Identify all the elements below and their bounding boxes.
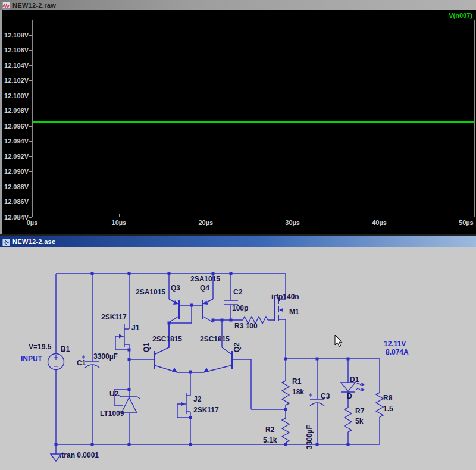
y-axis-tick-label: 12.088V [2,183,29,190]
y-axis-tick-label: 12.108V [2,32,29,39]
label-c2-value[interactable]: 100p [232,305,248,312]
label-r8-name[interactable]: R8 [383,394,392,402]
label-c1-name[interactable]: C1 [77,359,86,367]
label-c3-value[interactable]: 3300µF [306,425,314,449]
label-c2-name[interactable]: C2 [233,289,242,296]
label-q2-name[interactable]: Q2 [233,343,241,352]
y-axis-tick-mark [29,156,32,157]
y-axis-tick-mark [29,187,32,187]
plot-area[interactable] [32,20,475,217]
label-d1-type[interactable]: D [347,393,352,400]
label-b1-name[interactable]: B1 [61,346,70,353]
y-axis-tick-label: 12.106V [2,46,29,54]
label-r8-value[interactable]: 1.5 [383,405,393,413]
y-axis-tick-label: 12.102V [2,77,29,84]
schematic-titlebar[interactable]: NEW12-2.asc [0,236,476,247]
y-axis-tick-mark [29,96,32,96]
label-tran-directive[interactable]: .tran 0.0001 [60,452,99,459]
y-axis-tick-label: 12.094V [2,137,29,145]
y-axis-tick-label: 12.090V [2,168,29,175]
y-axis-tick-mark [29,141,32,142]
y-axis-tick-mark [29,111,32,111]
label-j2-type[interactable]: 2SK117 [193,406,219,414]
mouse-cursor [335,335,342,347]
x-axis-tick-mark [119,214,120,217]
label-output-voltage: 12.11V [384,340,406,348]
label-q4-type[interactable]: 2SA1015 [190,275,220,283]
label-j1-type[interactable]: 2SK117 [101,314,127,321]
y-axis-tick-mark [29,126,32,127]
x-axis-tick-mark [380,214,380,217]
label-r3[interactable]: R3 100 [234,322,258,330]
y-axis-tick-label: 12.098V [2,107,29,114]
label-c1-value[interactable]: 3300µF [93,353,118,361]
schematic-title: NEW12-2.asc [12,238,55,245]
label-r2-value[interactable]: 5.1k [263,437,277,444]
y-axis-tick-mark [29,80,32,81]
y-axis-tick-label: 12.086V [2,198,29,205]
label-r7-value[interactable]: 5k [355,418,363,425]
label-q3-type[interactable]: 2SA1015 [136,289,165,296]
waveform-titlebar[interactable]: NEW12-2.raw [0,0,476,10]
trace-V(n007) [33,121,474,123]
label-d1-name[interactable]: D1 [350,376,359,384]
label-c3-name[interactable]: C3 [321,393,330,400]
x-axis-tick-mark [466,214,466,217]
label-u2-type[interactable]: LT1009 [100,410,124,418]
waveform-icon [2,1,10,9]
label-q4-name[interactable]: Q4 [200,284,209,292]
x-axis-tick-label: 30µs [281,219,305,226]
x-axis-tick-label: 20µs [194,219,218,226]
waveform-title: NEW12-2.raw [12,2,56,9]
y-axis-tick-mark [29,50,32,51]
label-r7-name[interactable]: R7 [355,408,364,415]
label-m1-type[interactable]: irfp140n [271,293,299,301]
y-axis-tick-mark [29,217,32,218]
label-m1-name[interactable]: M1 [289,308,299,316]
x-axis-tick-label: 10µs [107,219,131,226]
x-axis-tick-mark [206,214,206,217]
y-axis-tick-label: 12.100V [2,92,29,99]
waveform-window: NEW12-2.raw V(n007) 12.108V12.106V12.104… [0,0,476,234]
y-axis-tick-mark [29,171,32,172]
y-axis-tick-mark [29,65,32,66]
y-axis-tick-label: 12.096V [2,123,29,130]
label-q2-type[interactable]: 2SC1815 [200,336,230,343]
schematic-canvas[interactable]: V=19.5 B1 INPUT C1 3300µF 2SK117 J1 U2 L… [0,247,476,470]
label-u2-name[interactable]: U2 [109,390,118,398]
label-j2-name[interactable]: J2 [193,396,201,403]
x-axis-tick-label: 50µs [454,219,476,226]
label-r1-value[interactable]: 18k [292,388,304,396]
ltspice-app: NEW12-2.raw V(n007) 12.108V12.106V12.104… [0,0,476,470]
y-axis-tick-label: 12.092V [2,153,29,160]
schematic-window: NEW12-2.asc [0,236,476,470]
label-q1-name[interactable]: Q1 [143,343,151,352]
label-q1-type[interactable]: 2SC1815 [152,336,182,343]
label-r1-name[interactable]: R1 [292,378,301,386]
label-b1-value[interactable]: V=19.5 [29,343,51,351]
y-axis-tick-mark [29,202,32,202]
y-axis-tick-mark [29,35,32,36]
label-output-current: 8.074A [386,349,409,356]
x-axis-tick-label: 0µs [20,219,44,226]
y-axis-tick-label: 12.104V [2,62,29,69]
x-axis-tick-mark [32,214,33,217]
schematic-drawing [0,247,476,470]
x-axis-tick-mark [293,214,293,217]
label-j1-name[interactable]: J1 [131,324,139,332]
x-axis-tick-label: 40µs [368,219,392,226]
schematic-icon [2,238,10,246]
label-r2-name[interactable]: R2 [265,426,274,434]
trace-legend[interactable]: V(n007) [449,12,472,19]
label-q3-name[interactable]: Q3 [171,284,180,292]
plot-client[interactable]: V(n007) 12.108V12.106V12.104V12.102V12.1… [0,10,476,234]
label-input-net[interactable]: INPUT [21,355,42,363]
